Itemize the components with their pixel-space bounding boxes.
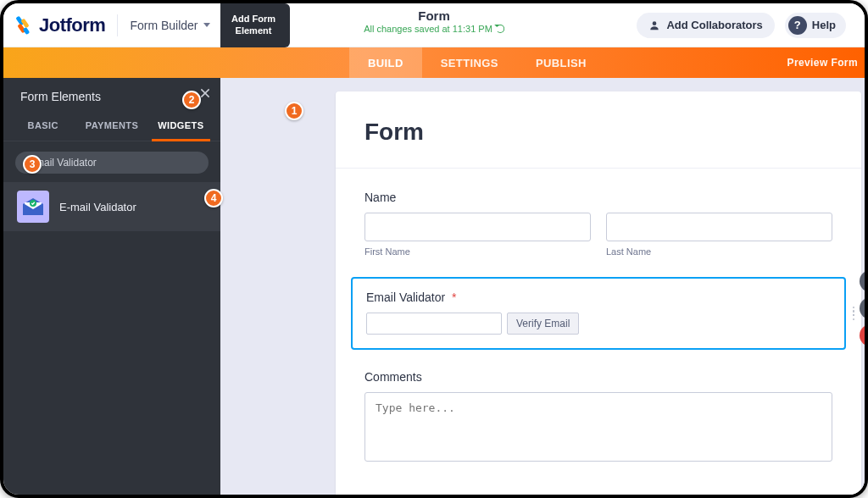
settings-button[interactable] xyxy=(860,297,865,319)
nav-build[interactable]: BUILD xyxy=(349,47,422,78)
breadcrumb[interactable]: Form Builder xyxy=(130,19,209,32)
main: Form Elements BASIC PAYMENTS WIDGETS E-m… xyxy=(3,78,865,495)
annotation-4: 4 xyxy=(204,189,223,208)
question-label: Comments xyxy=(364,370,832,384)
breadcrumb-label: Form Builder xyxy=(130,19,198,32)
annotation-3: 3 xyxy=(23,155,42,174)
panel-title: Form Elements xyxy=(20,90,101,103)
preview-form-button[interactable]: Preview Form xyxy=(787,47,859,78)
drag-handle-icon[interactable]: ⋮⋮⋮⋮ xyxy=(848,309,856,318)
svg-point-0 xyxy=(653,21,657,25)
label-text: Email Validator xyxy=(366,290,445,304)
last-name-input[interactable] xyxy=(606,213,832,241)
add-form-element-tab[interactable]: Add Form Element xyxy=(220,3,290,47)
header-right: Add Collaborators ? Help xyxy=(637,13,846,38)
divider xyxy=(117,14,118,36)
widget-email-validator[interactable]: E-mail Validator xyxy=(3,182,220,231)
widget-label: E-mail Validator xyxy=(59,201,136,213)
annotation-1: 1 xyxy=(285,102,303,120)
help-icon: ? xyxy=(788,16,807,35)
form-title[interactable]: Form xyxy=(364,119,832,146)
verify-email-button[interactable]: Verify Email xyxy=(507,313,579,335)
top-bar: Jotform Form Builder Form All changes sa… xyxy=(3,3,865,47)
logo-mark-icon xyxy=(15,16,34,35)
form-name[interactable]: Form xyxy=(364,8,504,23)
last-name-sublabel: Last Name xyxy=(606,246,832,257)
nav-settings[interactable]: SETTINGS xyxy=(422,47,517,78)
question-email-validator[interactable]: Email Validator * Verify Email ⋮⋮⋮⋮ xyxy=(351,277,846,350)
tab-payments[interactable]: PAYMENTS xyxy=(77,112,146,141)
add-collaborators-button[interactable]: Add Collaborators xyxy=(637,13,774,38)
wand-button[interactable] xyxy=(860,270,865,292)
delete-button[interactable] xyxy=(860,324,865,346)
divider xyxy=(336,168,861,169)
tab-widgets[interactable]: WIDGETS xyxy=(147,112,215,141)
question-name[interactable]: Name First Name Last Name xyxy=(364,191,832,257)
comments-textarea[interactable] xyxy=(364,392,832,462)
email-validator-icon xyxy=(17,191,49,223)
panel-tabs: BASIC PAYMENTS WIDGETS xyxy=(3,112,220,141)
email-input[interactable] xyxy=(366,313,502,335)
widget-search-input[interactable]: E-mail Validator xyxy=(15,152,209,174)
required-asterisk: * xyxy=(452,290,456,304)
question-label: Email Validator * xyxy=(366,290,831,304)
afe-line1: Add Form xyxy=(231,14,275,25)
question-comments[interactable]: Comments xyxy=(364,370,832,464)
canvas-area[interactable]: Form Name First Name Last Name xyxy=(220,78,865,495)
revert-icon[interactable] xyxy=(496,25,504,33)
save-status: All changes saved at 11:31 PM xyxy=(364,24,504,34)
nav-publish[interactable]: PUBLISH xyxy=(517,47,605,78)
afe-line2: Element xyxy=(231,25,275,37)
tab-basic[interactable]: BASIC xyxy=(8,112,77,141)
add-collaborators-label: Add Collaborators xyxy=(666,19,762,31)
app-frame: Jotform Form Builder Form All changes sa… xyxy=(0,0,868,498)
first-name-input[interactable] xyxy=(364,213,591,241)
help-label: Help xyxy=(812,19,836,31)
form-canvas: Form Name First Name Last Name xyxy=(336,91,861,495)
first-name-sublabel: First Name xyxy=(364,246,591,257)
form-elements-panel: Form Elements BASIC PAYMENTS WIDGETS E-m… xyxy=(3,78,220,495)
annotation-2: 2 xyxy=(182,91,201,109)
chevron-down-icon xyxy=(203,23,210,27)
question-tools xyxy=(860,270,865,346)
logo[interactable]: Jotform xyxy=(15,14,105,36)
header-center: Form All changes saved at 11:31 PM xyxy=(364,8,504,34)
mode-nav: BUILD SETTINGS PUBLISH Preview Form xyxy=(3,47,865,78)
save-status-text: All changes saved at 11:31 PM xyxy=(364,24,492,34)
user-icon xyxy=(648,19,660,31)
help-button[interactable]: ? Help xyxy=(785,13,846,38)
logo-text: Jotform xyxy=(39,14,105,36)
question-label: Name xyxy=(364,191,832,204)
